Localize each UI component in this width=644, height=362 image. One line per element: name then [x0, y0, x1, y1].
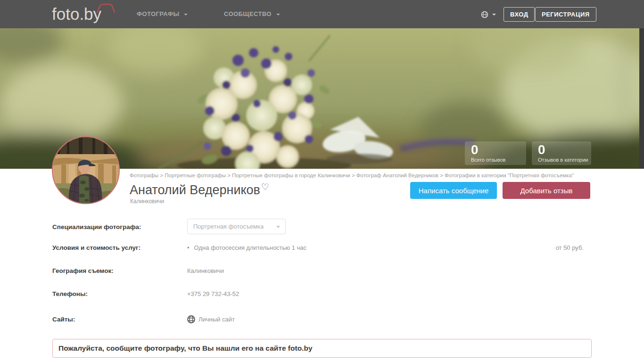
- register-button[interactable]: РЕГИСТРАЦИЯ: [535, 7, 596, 22]
- add-review-button[interactable]: Добавить отзыв: [503, 182, 590, 199]
- site-link-text: Личный сайт: [198, 316, 235, 323]
- nav-item-photographers[interactable]: ФОТОГРАФЫ: [137, 0, 188, 28]
- logo-text: foto.by: [52, 5, 101, 23]
- page-title: Анатолий Ведерников♡: [130, 181, 269, 197]
- nav-item-community[interactable]: СООБЩЕСТВО: [224, 0, 280, 28]
- stat-label: Отзывов в категории: [538, 157, 591, 163]
- notice-banner: Пожалуйста, сообщите фотографу, что Вы н…: [52, 339, 592, 358]
- logo[interactable]: foto.by: [52, 4, 118, 25]
- heart-icon[interactable]: ♡: [261, 182, 269, 192]
- profile-city: Калинковичи: [130, 198, 164, 205]
- chevron-down-icon: [492, 14, 496, 16]
- globe-icon: [187, 315, 195, 323]
- pricing-item: •Одна фотосессия длительностью 1 час: [187, 244, 306, 251]
- specialization-selected-value: Портретная фотосъемка: [193, 223, 264, 230]
- notice-text: Пожалуйста, сообщите фотографу, что Вы н…: [58, 344, 313, 352]
- personal-site-link[interactable]: Личный сайт: [187, 315, 235, 323]
- stat-total-reviews: 0 Всего отзывов: [465, 141, 526, 165]
- bullet-dot: •: [187, 244, 190, 251]
- stat-value: 0: [471, 143, 526, 156]
- language-switcher[interactable]: [481, 10, 496, 18]
- phones-label: Телефоны:: [52, 290, 88, 297]
- phone-number: +375 29 732-43-52: [187, 290, 239, 297]
- pricing-item-text: Одна фотосессия длительностью 1 час: [194, 244, 307, 251]
- geography-value: Калинковичи: [187, 267, 224, 274]
- pricing-value: от 50 руб.: [556, 244, 584, 251]
- sites-label: Сайты:: [52, 316, 75, 323]
- breadcrumb[interactable]: Фотографы > Портретные фотографы > Портр…: [130, 173, 582, 178]
- stat-label: Всего отзывов: [471, 157, 526, 163]
- chevron-down-icon: [276, 226, 280, 228]
- top-navbar: foto.by ФОТОГРАФЫ СООБЩЕСТВО ВХОД РЕГИСТ…: [0, 0, 644, 28]
- globe-icon: [481, 11, 488, 18]
- pricing-label: Условия и стоимость услуг:: [52, 244, 140, 251]
- camera-outline-icon: [96, 3, 118, 13]
- avatar: [52, 136, 120, 204]
- chevron-down-icon: [184, 14, 188, 16]
- specializations-label: Специализации фотографа:: [52, 223, 141, 230]
- page: foto.by ФОТОГРАФЫ СООБЩЕСТВО ВХОД РЕГИСТ…: [0, 0, 644, 362]
- specialization-select[interactable]: Портретная фотосъемка: [187, 219, 286, 234]
- login-button[interactable]: ВХОД: [504, 7, 535, 22]
- stat-category-reviews: 0 Отзывов в категории: [532, 141, 591, 165]
- nav-label: СООБЩЕСТВО: [224, 10, 272, 17]
- nav-label: ФОТОГРАФЫ: [137, 10, 179, 17]
- photographer-name: Анатолий Ведерников: [130, 183, 260, 197]
- send-message-button[interactable]: Написать сообщение: [410, 182, 497, 199]
- chevron-down-icon: [276, 14, 280, 16]
- avatar-image: [53, 137, 119, 203]
- stat-value: 0: [538, 143, 591, 156]
- geography-label: География съемок:: [52, 267, 114, 274]
